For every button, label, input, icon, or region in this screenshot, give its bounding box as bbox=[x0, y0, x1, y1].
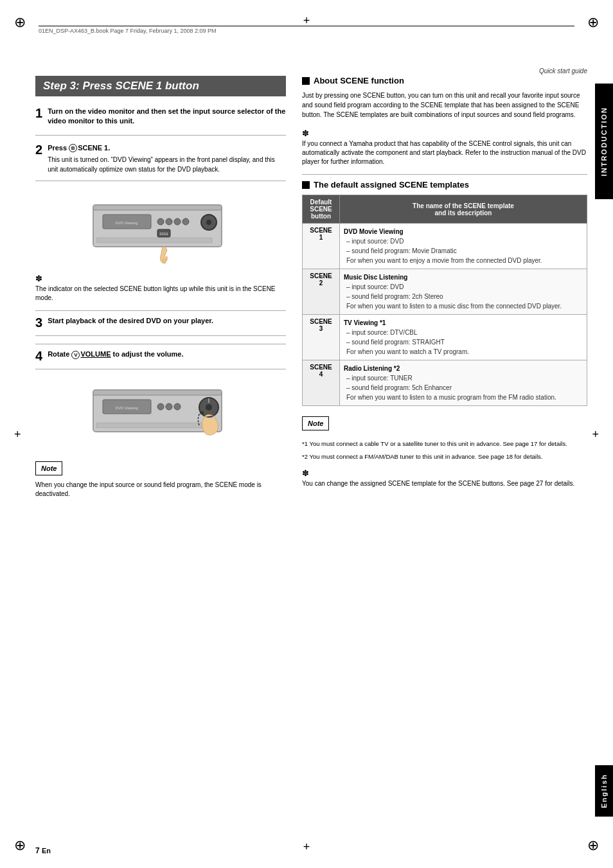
reg-mark-br: ⊕ bbox=[587, 837, 599, 854]
step-1-number: 1 bbox=[35, 107, 42, 120]
tip-1-icon: ✽ bbox=[35, 274, 286, 283]
scene-num-4: SCENE4 bbox=[303, 360, 340, 406]
svg-point-7 bbox=[182, 218, 189, 225]
note-text-left: When you change the input source or soun… bbox=[35, 481, 286, 499]
footnote-2: *2 You must connect a FM/AM/DAB tuner to… bbox=[302, 452, 587, 461]
scene-detail-2-0: – input source: DVD bbox=[344, 282, 583, 292]
scene-detail-3-2: For when you want to watch a TV program. bbox=[344, 347, 583, 357]
note-label-right: Note bbox=[302, 416, 329, 430]
step-3-number: 3 bbox=[35, 316, 42, 329]
svg-point-6 bbox=[174, 218, 181, 225]
step-3-heading: Start playback of the desired DVD on you… bbox=[48, 316, 286, 326]
scene-detail-4-1: – sound field program: 5ch Enhancer bbox=[344, 383, 583, 393]
scene-detail-2-2: For when you want to listen to a music d… bbox=[344, 301, 583, 311]
tip-scene-change-text: You can change the assigned SCENE templa… bbox=[302, 479, 587, 488]
svg-point-5 bbox=[166, 218, 172, 225]
scene-title-3: TV Viewing *1 bbox=[344, 318, 583, 328]
svg-point-11 bbox=[206, 220, 211, 225]
scene-detail-1-1: – sound field program: Movie Dramatic bbox=[344, 246, 583, 256]
scene-num-3: SCENE3 bbox=[303, 315, 340, 360]
svg-text:DVD Viewing: DVD Viewing bbox=[115, 221, 138, 225]
scene-table-col1-header: DefaultSCENEbutton bbox=[303, 195, 340, 224]
svg-point-18 bbox=[166, 403, 172, 410]
introduction-tab: INTRODUCTION bbox=[595, 84, 613, 199]
step-4: 4 Rotate VVOLUME to adjust the volume. bbox=[35, 344, 286, 369]
svg-text:SCN1: SCN1 bbox=[159, 232, 168, 236]
scene-detail-1-0: – input source: DVD bbox=[344, 236, 583, 246]
svg-rect-1 bbox=[93, 205, 222, 210]
scene-detail-4-0: – input source: TUNER bbox=[344, 373, 583, 383]
scene-detail-3-1: – sound field program: STRAIGHT bbox=[344, 337, 583, 347]
step-1-heading: Turn on the video monitor and then set t… bbox=[48, 107, 286, 127]
step-4-heading: Rotate VVOLUME to adjust the volume. bbox=[48, 350, 286, 359]
svg-point-4 bbox=[157, 218, 164, 225]
black-square-2-icon bbox=[302, 181, 310, 189]
scene-desc-1: DVD Movie Viewing– input source: DVD– so… bbox=[340, 224, 587, 269]
scene-title-4: Radio Listening *2 bbox=[344, 364, 583, 373]
step-2-heading: Press BSCENE 1. bbox=[48, 143, 286, 153]
reg-mark-tl: ⊕ bbox=[14, 14, 26, 31]
reg-mark-ml: + bbox=[14, 427, 21, 441]
step-3: 3 Start playback of the desired DVD on y… bbox=[35, 310, 286, 336]
circle-v-icon: V bbox=[71, 351, 80, 359]
tip-scene-change-block: ✽ You can change the assigned SCENE temp… bbox=[302, 466, 587, 491]
footnote-1: *1 You must connect a cable TV or a sate… bbox=[302, 439, 587, 448]
page-number: 7 En bbox=[35, 846, 51, 855]
svg-rect-12 bbox=[96, 238, 212, 243]
about-scene-body: Just by pressing one SCENE button, you c… bbox=[302, 91, 587, 120]
scene-templates-heading: The default assigned SCENE templates bbox=[302, 180, 587, 190]
step-2: 2 Press BSCENE 1. This unit is turned on… bbox=[35, 143, 286, 181]
black-square-icon bbox=[302, 77, 310, 85]
tip-scene-change-icon: ✽ bbox=[302, 468, 587, 478]
svg-point-19 bbox=[174, 403, 181, 410]
svg-text:DVD Viewing: DVD Viewing bbox=[115, 406, 138, 410]
scene-desc-2: Music Disc Listening– input source: DVD–… bbox=[340, 269, 587, 315]
receiver-svg-2: DVD Viewing bbox=[87, 377, 235, 451]
step-title: Step 3: Press SCENE 1 button bbox=[43, 80, 199, 92]
scene-detail-4-2: For when you want to listen to a music p… bbox=[344, 393, 583, 402]
file-info: 01EN_DSP-AX463_B.book Page 7 Friday, Feb… bbox=[39, 26, 574, 34]
scene-title-1: DVD Movie Viewing bbox=[344, 227, 583, 236]
step-4-number: 4 bbox=[35, 350, 42, 362]
tip-1-block: ✽ The indicator on the selected SCENE bu… bbox=[35, 271, 286, 305]
svg-point-17 bbox=[157, 403, 164, 410]
english-tab: English bbox=[595, 765, 613, 817]
scene-title-2: Music Disc Listening bbox=[344, 272, 583, 282]
scene-desc-4: Radio Listening *2– input source: TUNER–… bbox=[340, 360, 587, 406]
step-2-number: 2 bbox=[35, 143, 42, 156]
step-1: 1 Turn on the video monitor and then set… bbox=[35, 107, 286, 136]
scene-table-row-2: SCENE2Music Disc Listening– input source… bbox=[303, 269, 587, 315]
reg-mark-tr: ⊕ bbox=[587, 14, 599, 31]
svg-rect-14 bbox=[93, 390, 222, 395]
scene-table: DefaultSCENEbutton The name of the SCENE… bbox=[302, 195, 587, 406]
tip-yamaha-block: ✽ If you connect a Yamaha product that h… bbox=[302, 126, 587, 169]
scene-detail-3-0: – input source: DTV/CBL bbox=[344, 328, 583, 337]
note-box-left: Note When you change the input source or… bbox=[35, 456, 286, 499]
footnotes-block: *1 You must connect a cable TV or a sate… bbox=[302, 439, 587, 462]
quick-start-label: Quick start guide bbox=[539, 67, 587, 75]
tip-yamaha-text: If you connect a Yamaha product that has… bbox=[302, 139, 587, 166]
tip-1-text: The indicator on the selected SCENE butt… bbox=[35, 285, 286, 303]
receiver-svg-1: DVD Viewing SCN1 bbox=[87, 189, 235, 266]
note-box-right: Note *1 You must connect a cable TV or a… bbox=[302, 411, 587, 491]
about-scene-heading: About SCENE function bbox=[302, 76, 587, 85]
scene-num-2: SCENE2 bbox=[303, 269, 340, 315]
reg-mark-mr: + bbox=[592, 427, 599, 441]
scene-table-col2-header: The name of the SCENE templateand its de… bbox=[340, 195, 587, 224]
reg-mark-bl: ⊕ bbox=[14, 837, 26, 854]
section-divider bbox=[302, 174, 587, 175]
svg-point-21 bbox=[206, 404, 212, 411]
step-2-body: This unit is turned on. “DVD Viewing” ap… bbox=[48, 155, 286, 174]
tip-yamaha-icon: ✽ bbox=[302, 128, 587, 138]
device-image-2: DVD Viewing bbox=[35, 377, 286, 451]
circle-b-icon: B bbox=[69, 144, 77, 152]
step-title-box: Step 3: Press SCENE 1 button bbox=[35, 76, 286, 96]
svg-rect-23 bbox=[96, 423, 212, 428]
scene-detail-1-2: For when you want to enjoy a movie from … bbox=[344, 256, 583, 265]
note-label-left: Note bbox=[35, 461, 62, 475]
scene-table-row-3: SCENE3TV Viewing *1– input source: DTV/C… bbox=[303, 315, 587, 360]
scene-desc-3: TV Viewing *1– input source: DTV/CBL– so… bbox=[340, 315, 587, 360]
device-image-1: DVD Viewing SCN1 bbox=[35, 189, 286, 266]
scene-num-1: SCENE1 bbox=[303, 224, 340, 269]
scene-table-row-4: SCENE4Radio Listening *2– input source: … bbox=[303, 360, 587, 406]
